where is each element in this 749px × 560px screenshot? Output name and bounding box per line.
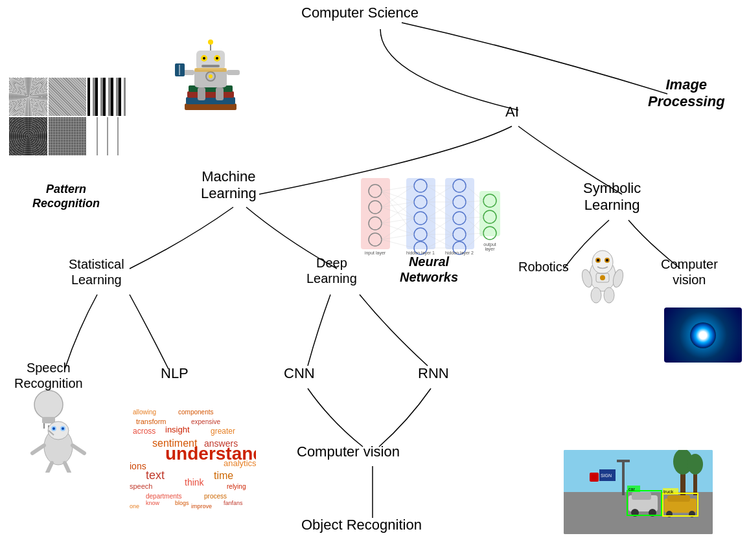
svg-text:improve: improve bbox=[191, 503, 212, 510]
svg-rect-24 bbox=[445, 178, 474, 249]
svg-rect-148 bbox=[667, 495, 690, 502]
svg-text:input layer: input layer bbox=[365, 251, 386, 256]
svg-line-109 bbox=[65, 463, 69, 473]
svg-text:sentiment: sentiment bbox=[152, 438, 198, 449]
machine-learning-node: MachineLearning bbox=[201, 168, 257, 203]
svg-point-101 bbox=[48, 421, 69, 440]
svg-text:answers: answers bbox=[204, 438, 238, 449]
svg-text:layer: layer bbox=[485, 247, 495, 252]
svg-rect-23 bbox=[406, 178, 435, 249]
cnn-node: CNN bbox=[284, 365, 315, 382]
svg-point-12 bbox=[208, 39, 213, 45]
svg-point-20 bbox=[209, 74, 213, 78]
svg-rect-141 bbox=[622, 460, 625, 495]
svg-text:expensive: expensive bbox=[191, 418, 220, 425]
svg-text:blogs: blogs bbox=[175, 500, 189, 506]
svg-rect-14 bbox=[227, 70, 240, 75]
svg-point-9 bbox=[216, 57, 218, 60]
svg-rect-159 bbox=[590, 473, 599, 482]
svg-point-88 bbox=[606, 259, 608, 262]
svg-text:insight: insight bbox=[165, 425, 190, 434]
computer-vision-right-node: Computervision bbox=[661, 256, 718, 287]
svg-point-84 bbox=[592, 251, 613, 274]
rnn-node: RNN bbox=[418, 365, 449, 382]
svg-text:think: think bbox=[185, 477, 205, 487]
svg-point-95 bbox=[34, 390, 63, 419]
robotics-node: Robotics bbox=[518, 259, 569, 274]
svg-text:departments: departments bbox=[146, 493, 182, 500]
svg-point-92 bbox=[604, 287, 614, 303]
svg-rect-10 bbox=[202, 65, 220, 67]
svg-text:transform: transform bbox=[136, 418, 166, 425]
svg-text:analytics: analytics bbox=[224, 458, 256, 468]
svg-line-107 bbox=[73, 445, 84, 453]
svg-text:components: components bbox=[178, 409, 213, 416]
svg-rect-18 bbox=[216, 87, 224, 100]
svg-point-8 bbox=[203, 57, 205, 60]
svg-text:time: time bbox=[214, 470, 233, 481]
computer-vision-bottom-node: Computer vision bbox=[297, 443, 400, 460]
computer-science-node: Computer Science bbox=[301, 5, 419, 21]
svg-text:truck: truck bbox=[663, 489, 674, 494]
speech-recognition-node: SpeechRecognition bbox=[14, 360, 83, 391]
svg-rect-2 bbox=[187, 91, 234, 98]
svg-text:speech: speech bbox=[130, 482, 152, 490]
nlp-node: NLP bbox=[161, 365, 189, 382]
svg-point-91 bbox=[591, 287, 601, 303]
svg-point-140 bbox=[687, 454, 703, 475]
ai-node: AI bbox=[505, 104, 519, 120]
svg-text:across: across bbox=[133, 427, 156, 436]
svg-text:greater: greater bbox=[211, 427, 235, 436]
svg-point-104 bbox=[52, 427, 55, 430]
svg-text:fanfans: fanfans bbox=[224, 500, 243, 506]
svg-rect-142 bbox=[617, 460, 630, 462]
svg-rect-1 bbox=[186, 97, 235, 104]
svg-text:relying: relying bbox=[227, 483, 246, 490]
image-processing-node: ImageProcessing bbox=[648, 76, 725, 111]
svg-text:text: text bbox=[146, 469, 165, 482]
pattern-recognition-node: PatternRecognition bbox=[32, 183, 100, 210]
svg-rect-17 bbox=[198, 87, 205, 100]
svg-point-87 bbox=[597, 259, 599, 262]
statistical-learning-node: StatisticalLearning bbox=[69, 256, 124, 287]
svg-line-108 bbox=[47, 463, 52, 473]
neural-networks-node: NeuralNetworks bbox=[400, 254, 458, 285]
svg-text:allowing: allowing bbox=[133, 409, 156, 416]
svg-rect-25 bbox=[479, 191, 500, 236]
svg-rect-144 bbox=[632, 492, 651, 500]
object-recognition-node: Object Recognition bbox=[301, 517, 422, 533]
deep-learning-node: DeepLearning bbox=[306, 255, 357, 286]
svg-text:one: one bbox=[130, 503, 139, 510]
svg-point-94 bbox=[600, 275, 605, 280]
svg-text:process: process bbox=[204, 493, 227, 500]
svg-line-106 bbox=[32, 445, 44, 453]
symbolic-learning-node: SymbolicLearning bbox=[583, 180, 641, 214]
svg-rect-21 bbox=[194, 68, 227, 72]
svg-point-105 bbox=[62, 427, 64, 430]
svg-text:SIGN: SIGN bbox=[601, 473, 612, 478]
svg-text:ions: ions bbox=[130, 461, 146, 471]
svg-text:car: car bbox=[628, 487, 635, 491]
svg-rect-0 bbox=[185, 104, 236, 110]
svg-text:know: know bbox=[146, 500, 160, 506]
